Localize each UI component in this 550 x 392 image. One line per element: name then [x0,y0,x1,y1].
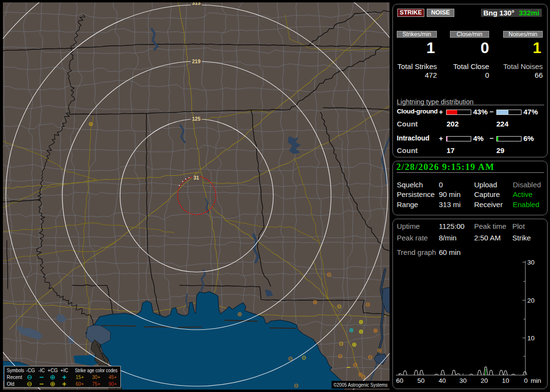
svg-text:30: 30 [459,377,466,384]
svg-text:20: 20 [480,377,488,384]
svg-text:50: 50 [417,377,424,384]
svg-text:0: 0 [524,377,528,384]
svg-text:30: 30 [527,259,535,266]
svg-text:60: 60 [396,377,403,384]
svg-text:10: 10 [527,335,535,342]
svg-text:40: 40 [438,377,446,384]
svg-text:min: min [531,377,541,384]
svg-text:20: 20 [527,297,535,304]
svg-text:10: 10 [502,377,509,384]
